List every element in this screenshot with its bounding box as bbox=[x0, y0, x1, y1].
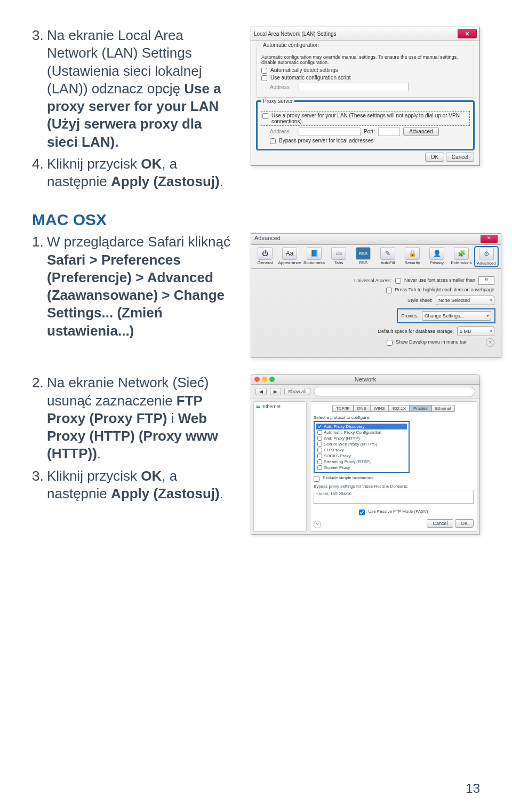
dialog-title: Local Area Network (LAN) Settings bbox=[254, 31, 337, 37]
address-input[interactable] bbox=[299, 83, 409, 91]
help-icon[interactable]: ? bbox=[486, 338, 494, 347]
traffic-lights[interactable] bbox=[254, 377, 275, 382]
step-number: 2. bbox=[32, 374, 47, 463]
show-all-button[interactable]: Show All bbox=[284, 388, 310, 395]
group-label: Proxy server bbox=[261, 98, 294, 104]
lock-icon: 🔒 bbox=[405, 247, 420, 260]
cancel-button[interactable]: Cancel bbox=[427, 519, 453, 528]
close-icon[interactable]: ✕ bbox=[481, 235, 498, 243]
auto-detect-checkbox[interactable]: Automatically detect settings bbox=[261, 67, 469, 74]
switch-icon: ⏻ bbox=[258, 247, 273, 260]
tab-bookmarks[interactable]: 📘Bookmarks bbox=[303, 247, 325, 266]
instructions-block-3: 2. Na ekranie Network (Sieć) usunąć zazn… bbox=[32, 374, 235, 535]
ok-button[interactable]: OK bbox=[455, 519, 474, 528]
proxy-server-group: Proxy server Use a proxy server for your… bbox=[257, 101, 474, 150]
close-icon[interactable]: ✕ bbox=[458, 29, 477, 38]
help-icon[interactable]: ? bbox=[314, 521, 321, 528]
db-storage-select[interactable]: 5 MB bbox=[457, 327, 494, 336]
zoom-icon bbox=[269, 377, 275, 382]
step-number: 3. bbox=[32, 467, 47, 503]
tabs-icon: ▭ bbox=[331, 247, 346, 260]
tab-security[interactable]: 🔒Security bbox=[402, 247, 423, 266]
step-number: 3. bbox=[32, 27, 47, 151]
advanced-button[interactable]: Advanced bbox=[403, 127, 438, 136]
proto-auto-config[interactable]: Automatic Proxy Configuration bbox=[316, 429, 407, 435]
window-title: Network bbox=[355, 376, 376, 383]
step-number: 1. bbox=[32, 233, 47, 340]
tab-proxies[interactable]: Proxies bbox=[410, 405, 431, 412]
proxy-port-input[interactable] bbox=[378, 128, 400, 136]
proto-ftp[interactable]: FTP Proxy bbox=[316, 447, 407, 453]
page-number: 13 bbox=[466, 781, 480, 796]
font-size-input[interactable]: 9 bbox=[478, 276, 494, 285]
step-number: 4. bbox=[32, 155, 47, 191]
proto-rtsp[interactable]: Streaming Proxy (RTSP) bbox=[316, 459, 407, 465]
mac-osx-heading: MAC OSX bbox=[32, 211, 480, 229]
safari-preferences-window: Advanced ✕ ⏻General AaAppearance 📘Bookma… bbox=[251, 233, 501, 358]
ethernet-icon: ⇋ bbox=[256, 404, 260, 409]
rss-icon: RSS bbox=[356, 247, 371, 260]
exclude-hostnames-checkbox[interactable]: Exclude simple hostnames bbox=[314, 475, 474, 482]
pen-icon: ✎ bbox=[380, 247, 395, 260]
tab-extensions[interactable]: 🧩Extensions bbox=[451, 247, 472, 266]
use-proxy-checkbox[interactable]: Use a proxy server for your LAN (These s… bbox=[261, 112, 469, 125]
proxy-address-input[interactable] bbox=[299, 128, 361, 136]
search-input[interactable] bbox=[314, 387, 475, 396]
tab-8021x[interactable]: 802.1X bbox=[389, 405, 410, 412]
tab-rss[interactable]: RSSRSS bbox=[353, 247, 374, 266]
protocol-list: Auto Proxy Discovery Automatic Proxy Con… bbox=[314, 421, 410, 473]
tab-tcpip[interactable]: TCP/IP bbox=[332, 405, 354, 412]
stylesheet-select[interactable]: None Selected bbox=[436, 296, 494, 305]
prefs-tabstrip: ⏻General AaAppearance 📘Bookmarks ▭Tabs R… bbox=[251, 245, 501, 269]
passive-ftp-checkbox[interactable]: Use Passive FTP Mode (PASV) bbox=[314, 509, 474, 515]
puzzle-icon: 🧩 bbox=[454, 247, 469, 260]
book-icon: 📘 bbox=[307, 247, 322, 260]
window-title: Advanced bbox=[254, 235, 281, 243]
lan-settings-dialog: Local Area Network (LAN) Settings ✕ Auto… bbox=[251, 27, 480, 166]
instructions-block-2: 1. W przeglądarce Safari kliknąć Safari … bbox=[32, 233, 235, 358]
tab-ethernet[interactable]: Ethernet bbox=[431, 405, 455, 412]
tab-general[interactable]: ⏻General bbox=[254, 247, 276, 266]
proto-web-http[interactable]: Web Proxy (HTTP) bbox=[316, 435, 407, 441]
forward-button[interactable]: ▶ bbox=[270, 388, 281, 395]
proto-auto-discovery[interactable]: Auto Proxy Discovery bbox=[316, 424, 407, 429]
minimize-icon bbox=[262, 377, 267, 382]
change-settings-button[interactable]: Change Settings... bbox=[422, 311, 491, 321]
instructions-block-1: 3. Na ekranie Local Area Network (LAN) S… bbox=[32, 27, 235, 195]
close-icon bbox=[254, 377, 260, 382]
tab-appearance[interactable]: AaAppearance bbox=[279, 247, 300, 266]
tab-autofill[interactable]: ✎AutoFill bbox=[377, 247, 398, 266]
connection-list[interactable]: ⇋ Ethernet bbox=[253, 401, 307, 532]
tab-tabs[interactable]: ▭Tabs bbox=[328, 247, 349, 266]
auto-config-script-checkbox[interactable]: Use automatic configuration script bbox=[261, 75, 469, 81]
tab-dns[interactable]: DNS bbox=[354, 405, 370, 412]
network-preferences-window: Network ◀▶ Show All ⇋ Ethernet TCP/IPDNS… bbox=[251, 374, 480, 535]
proto-socks[interactable]: SOCKS Proxy bbox=[316, 453, 407, 459]
tab-wins[interactable]: WINS bbox=[370, 405, 389, 412]
group-label: Automatic configuration bbox=[261, 42, 321, 48]
ok-button[interactable]: OK bbox=[425, 153, 444, 162]
font-icon: Aa bbox=[282, 247, 297, 260]
network-tabs: TCP/IPDNSWINS802.1XProxiesEthernet bbox=[314, 405, 474, 412]
cancel-button[interactable]: Cancel bbox=[446, 153, 474, 162]
proto-gopher[interactable]: Gopher Proxy bbox=[316, 465, 407, 471]
gear-icon: ⚙ bbox=[479, 248, 494, 260]
bypass-local-checkbox[interactable]: Bypass proxy server for local addresses bbox=[270, 138, 469, 144]
proto-secure-https[interactable]: Secure Web Proxy (HTTPS) bbox=[316, 441, 407, 447]
back-button[interactable]: ◀ bbox=[255, 388, 267, 395]
tab-advanced[interactable]: ⚙Advanced bbox=[475, 247, 498, 266]
user-icon: 👤 bbox=[429, 247, 444, 260]
tab-privacy[interactable]: 👤Privacy bbox=[426, 247, 447, 266]
bypass-hosts-input[interactable]: *.local, 169.254/16 bbox=[314, 490, 474, 504]
